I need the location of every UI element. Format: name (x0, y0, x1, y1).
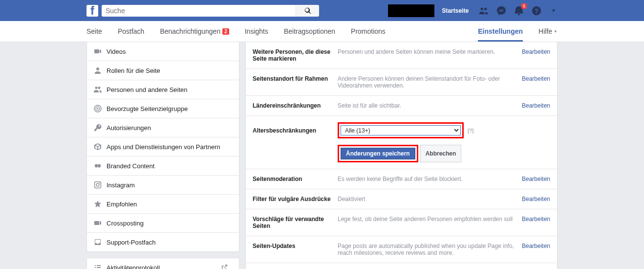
row-desc: Personen und andere Seiten können meine … (338, 48, 522, 62)
row-desc: Page posts are automatically published w… (338, 243, 522, 256)
cancel-button[interactable]: Abbrechen (420, 145, 462, 162)
row-laender: Ländereinschränkungen Seite ist für alle… (246, 96, 557, 116)
help-hint[interactable]: [?] (468, 128, 473, 134)
row-mehrsprachig: Mehrsprachige Beiträge Die Option zum Ve… (246, 263, 557, 269)
home-link[interactable]: Startseite (442, 7, 469, 14)
age-select-highlight: Alle (13+) (338, 122, 464, 138)
svg-point-7 (99, 182, 100, 183)
row-updates: Seiten-Updates Page posts are automatica… (246, 236, 557, 263)
video-icon (94, 219, 102, 227)
sidebar-item-aktivitaet[interactable]: Aktivitätenprotokoll (87, 258, 239, 269)
key-icon (94, 124, 102, 132)
search-wrap (102, 5, 319, 17)
search-input[interactable] (102, 5, 296, 17)
row-label: Seiten-Updates (253, 243, 338, 256)
notifications-icon[interactable]: 1 (514, 5, 524, 16)
edit-link[interactable]: Bearbeiten (522, 243, 550, 256)
edit-link[interactable]: Bearbeiten (522, 176, 550, 182)
age-restriction-select[interactable]: Alle (13+) (341, 125, 461, 135)
row-label: Filter für vulgäre Ausdrücke (253, 196, 338, 202)
nav-seite[interactable]: Seite (86, 27, 102, 35)
sidebar-item-autorisierungen[interactable]: Autorisierungen (87, 118, 239, 137)
sidebar-col: Videos Rollen für die Seite Personen und… (86, 42, 239, 269)
sidebar-item-crossposting[interactable]: Crossposting (87, 214, 239, 233)
topbar-right: Startseite 1 ? ▼ (388, 4, 556, 17)
page-nav: Seite Postfach Benachrichtigungen2 Insig… (0, 21, 644, 42)
top-bar: f Startseite 1 ? ▼ (0, 0, 644, 21)
sidebar-item-rollen[interactable]: Rollen für die Seite (87, 61, 239, 80)
video-icon (94, 47, 102, 55)
sidebar-item-instagram[interactable]: Instagram (87, 176, 239, 195)
top-icons: 1 ? ▼ (478, 5, 556, 16)
sidebar-item-apps[interactable]: Apps und Dienstleistungen von Partnern (87, 137, 239, 157)
edit-link[interactable]: Bearbeiten (522, 196, 550, 202)
row-vulgaer: Filter für vulgäre Ausdrücke Deaktiviert… (246, 189, 557, 209)
sidebar-item-support[interactable]: Support-Postfach (87, 233, 239, 251)
people-icon (94, 86, 102, 93)
facebook-logo[interactable]: f (86, 5, 98, 17)
search-button[interactable] (296, 5, 319, 17)
settings-sidebar-2: Aktivitätenprotokoll (86, 258, 239, 269)
nav-beitragsoptionen[interactable]: Beitragsoptionen (284, 27, 335, 35)
row-moderation: Seitenmoderation Es werden keine Begriff… (246, 169, 557, 189)
sidebar-item-branded[interactable]: Branded Content (87, 157, 239, 176)
list-icon (94, 264, 102, 269)
user-profile-link[interactable] (388, 4, 434, 17)
account-menu-caret[interactable]: ▼ (551, 8, 556, 13)
svg-point-4 (97, 108, 99, 110)
sidebar-item-videos[interactable]: Videos (87, 42, 239, 61)
row-desc: Seite ist für alle sichtbar. (338, 102, 522, 109)
edit-link[interactable]: Bearbeiten (522, 48, 550, 62)
row-label: Seitenmoderation (253, 176, 338, 182)
star-icon (94, 200, 102, 208)
nav-postfach[interactable]: Postfach (118, 27, 144, 35)
row-desc: Es werden keine Begriffe auf der Seite b… (338, 176, 522, 182)
row-desc: Andere Personen können deinen Seitenstan… (338, 75, 522, 89)
nav-notif-badge: 2 (222, 28, 229, 35)
handshake-icon (94, 162, 102, 170)
friend-requests-icon[interactable] (478, 5, 489, 16)
sidebar-item-empfohlen[interactable]: Empfohlen (87, 195, 239, 214)
settings-panel: Weitere Personen, die diese Seite markie… (245, 42, 558, 269)
row-vorschlaege: Vorschläge für verwandte Seiten Lege fes… (246, 209, 557, 236)
nav-hilfe[interactable]: Hilfe▼ (538, 27, 558, 35)
row-desc: Lege fest, ob deine Seite anderen Person… (338, 216, 522, 229)
target-icon (94, 105, 102, 112)
row-standort: Seitenstandort für Rahmen Andere Persone… (246, 69, 557, 96)
save-changes-button[interactable]: Änderungen speichern (341, 148, 415, 159)
row-markieren: Weitere Personen, die diese Seite markie… (246, 42, 557, 69)
box-icon (94, 143, 102, 151)
row-label: Vorschläge für verwandte Seiten (253, 216, 338, 229)
edit-link[interactable]: Bearbeiten (522, 102, 550, 109)
edit-link[interactable]: Bearbeiten (522, 75, 550, 89)
nav-promotions[interactable]: Promotions (351, 27, 386, 35)
external-icon (220, 264, 228, 269)
help-icon[interactable]: ? (531, 5, 542, 16)
instagram-icon (94, 181, 102, 189)
person-icon (94, 67, 102, 74)
row-desc: Deaktiviert (338, 196, 522, 202)
row-label: Seitenstandort für Rahmen (253, 75, 338, 89)
sidebar-item-personen[interactable]: Personen und andere Seiten (87, 80, 239, 99)
svg-text:?: ? (535, 7, 538, 14)
nav-benachrichtigungen[interactable]: Benachrichtigungen2 (160, 27, 229, 35)
nav-einstellungen[interactable]: Einstellungen (478, 27, 523, 35)
row-alter: Altersbeschränkungen Alle (13+) [?] Ände… (246, 116, 557, 169)
messenger-icon[interactable] (496, 5, 507, 16)
row-label: Weitere Personen, die diese Seite markie… (253, 48, 338, 62)
nav-insights[interactable]: Insights (245, 27, 268, 35)
content-area: Videos Rollen für die Seite Personen und… (0, 42, 644, 269)
inbox-icon (94, 238, 102, 246)
edit-link[interactable]: Bearbeiten (522, 216, 550, 229)
sidebar-item-zielgruppe[interactable]: Bevorzugte Seitenzielgruppe (87, 99, 239, 118)
search-icon (304, 7, 311, 14)
svg-point-6 (96, 183, 99, 186)
row-label: Ländereinschränkungen (253, 102, 338, 109)
row-label: Altersbeschränkungen (253, 127, 338, 134)
save-button-highlight: Änderungen speichern (338, 145, 418, 162)
settings-sidebar: Videos Rollen für die Seite Personen und… (86, 42, 239, 252)
notif-badge: 1 (521, 3, 527, 9)
